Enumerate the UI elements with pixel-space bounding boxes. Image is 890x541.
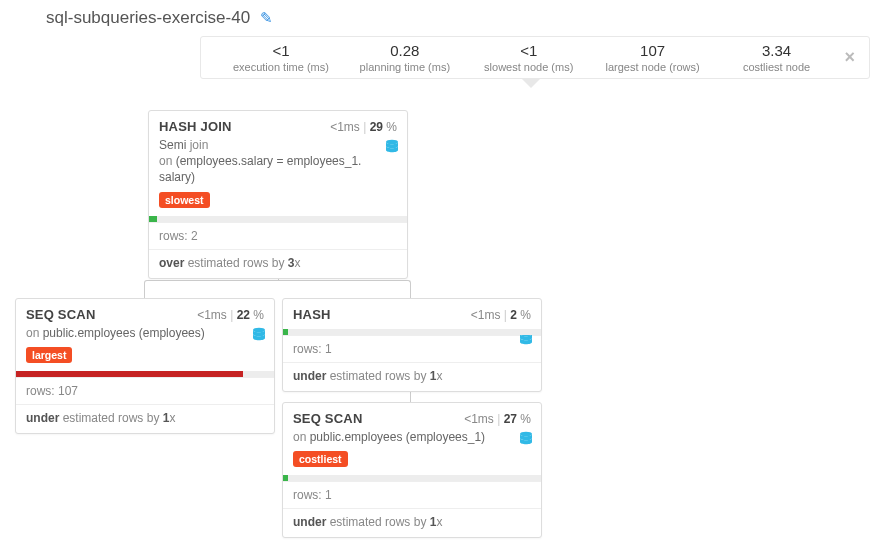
progress-bar (16, 371, 274, 377)
node-description: on public.employees (employees_1) (293, 429, 531, 445)
close-icon[interactable]: × (838, 47, 861, 68)
edit-icon[interactable]: ✎ (260, 9, 273, 27)
database-icon (519, 431, 533, 449)
rows-label: rows: 1 (283, 481, 541, 509)
svg-point-3 (520, 432, 532, 437)
stat-value: <1 (467, 42, 591, 59)
stat-value: 3.34 (715, 42, 839, 59)
scan-target: public.employees (employees_1) (310, 430, 485, 444)
node-seq-scan-2[interactable]: SEQ SCAN <1ms | 27 % on public.employees… (282, 402, 542, 538)
stats-bar: <1 execution time (ms) 0.28 planning tim… (200, 36, 870, 79)
badge-largest: largest (26, 347, 72, 363)
svg-point-0 (386, 140, 398, 145)
node-body: Semi join on (employees.salary = employe… (149, 137, 407, 278)
node-pct: 22 (237, 308, 250, 322)
est-word: under (26, 411, 59, 425)
node-description: on public.employees (employees) (26, 325, 264, 341)
stat-execution-time: <1 execution time (ms) (219, 42, 343, 73)
node-body: on public.employees (employees) largest … (16, 325, 274, 433)
node-time: <1ms (471, 308, 501, 322)
rows-value: 107 (58, 384, 78, 398)
node-title: HASH (293, 307, 331, 322)
estimate-label: over estimated rows by 3x (149, 250, 407, 278)
node-title: SEQ SCAN (293, 411, 363, 426)
node-header: HASH <1ms | 2 % (283, 299, 541, 325)
node-title: SEQ SCAN (26, 307, 96, 322)
stat-planning-time: 0.28 planning time (ms) (343, 42, 467, 73)
est-word: over (159, 256, 184, 270)
pct-sign: % (520, 308, 531, 322)
node-time: <1ms (330, 120, 360, 134)
stat-label: costliest node (715, 61, 839, 73)
node-pct: 2 (510, 308, 517, 322)
page-title-row: sql-subqueries-exercise-40 ✎ (46, 8, 273, 28)
est-word: under (293, 369, 326, 383)
stat-largest-node: 107 largest node (rows) (591, 42, 715, 73)
stat-value: <1 (219, 42, 343, 59)
rows-label: rows: 2 (149, 222, 407, 250)
pct-sign: % (386, 120, 397, 134)
node-header: SEQ SCAN <1ms | 27 % (283, 403, 541, 429)
database-icon (385, 139, 399, 157)
rows-label: rows: 107 (16, 377, 274, 405)
node-body: on public.employees (employees_1) costli… (283, 429, 541, 537)
pct-sign: % (253, 308, 264, 322)
rows-value: 2 (191, 229, 198, 243)
scan-target: public.employees (employees) (43, 326, 205, 340)
stat-label: slowest node (ms) (467, 61, 591, 73)
svg-point-1 (253, 328, 265, 333)
join-word: join (186, 138, 208, 152)
join-type: Semi (159, 138, 186, 152)
stat-value: 0.28 (343, 42, 467, 59)
join-condition: (employees.salary = employees_1. salary) (159, 154, 361, 184)
node-body: rows: 1 under estimated rows by 1x (283, 329, 541, 391)
progress-bar (149, 216, 407, 222)
node-time: <1ms (464, 412, 494, 426)
node-seq-scan-1[interactable]: SEQ SCAN <1ms | 22 % on public.employees… (15, 298, 275, 434)
node-hash-join[interactable]: HASH JOIN <1ms | 29 % Semi join on (empl… (148, 110, 408, 279)
node-meta: <1ms | 27 % (464, 412, 531, 426)
node-header: HASH JOIN <1ms | 29 % (149, 111, 407, 137)
node-meta: <1ms | 22 % (197, 308, 264, 322)
est-word: under (293, 515, 326, 529)
stat-costliest-node: 3.34 costliest node (715, 42, 839, 73)
node-description: Semi join on (employees.salary = employe… (159, 137, 397, 186)
plan-title: sql-subqueries-exercise-40 (46, 8, 250, 28)
node-meta: <1ms | 29 % (330, 120, 397, 134)
progress-bar (283, 329, 541, 335)
on-label: on (293, 430, 310, 444)
estimate-label: under estimated rows by 1x (283, 509, 541, 537)
database-icon (252, 327, 266, 345)
on-label: on (26, 326, 43, 340)
node-title: HASH JOIN (159, 119, 232, 134)
stat-label: execution time (ms) (219, 61, 343, 73)
estimate-label: under estimated rows by 1x (283, 363, 541, 391)
on-label: on (159, 154, 176, 168)
node-pct: 29 (370, 120, 383, 134)
stat-slowest-node: <1 slowest node (ms) (467, 42, 591, 73)
stat-label: planning time (ms) (343, 61, 467, 73)
node-pct: 27 (504, 412, 517, 426)
estimate-label: under estimated rows by 1x (16, 405, 274, 433)
node-hash[interactable]: HASH <1ms | 2 % rows: 1 under estimated … (282, 298, 542, 392)
progress-bar (283, 475, 541, 481)
connector-branch (144, 280, 411, 298)
node-time: <1ms (197, 308, 227, 322)
stat-value: 107 (591, 42, 715, 59)
rows-label: rows: 1 (283, 335, 541, 363)
node-header: SEQ SCAN <1ms | 22 % (16, 299, 274, 325)
rows-value: 1 (325, 488, 332, 502)
stat-label: largest node (rows) (591, 61, 715, 73)
badge-slowest: slowest (159, 192, 210, 208)
rows-value: 1 (325, 342, 332, 356)
badge-costliest: costliest (293, 451, 348, 467)
node-meta: <1ms | 2 % (471, 308, 531, 322)
pct-sign: % (520, 412, 531, 426)
